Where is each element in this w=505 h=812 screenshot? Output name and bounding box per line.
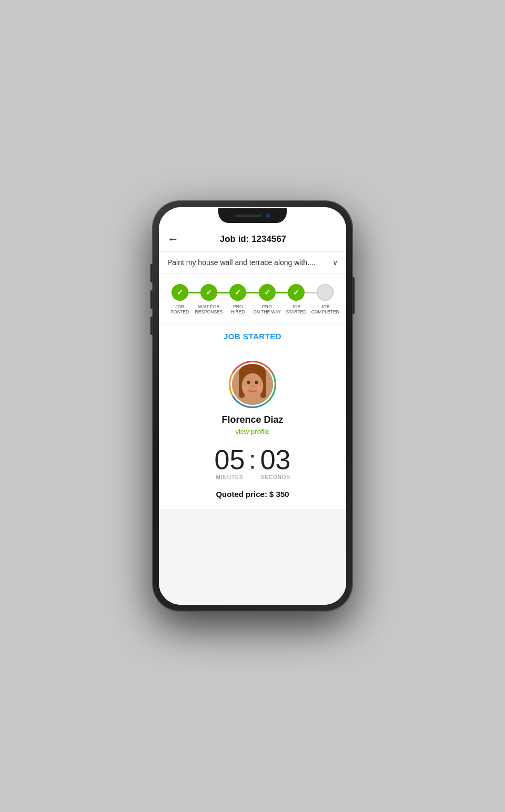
- camera: [266, 214, 270, 218]
- step-circle-1: ✓: [171, 284, 188, 301]
- step-pro-on-way: ✓ PROON THE WAY: [252, 284, 281, 314]
- step-job-started: ✓ JOBSTARTED: [281, 284, 310, 314]
- svg-point-6: [255, 381, 258, 384]
- step-circle-2: ✓: [200, 284, 217, 301]
- step-label-4: PROON THE WAY: [253, 304, 281, 314]
- step-pro-hired: ✓ PROHIRED: [224, 284, 252, 314]
- notch: [218, 208, 287, 223]
- svg-point-7: [243, 387, 248, 390]
- pro-name: Florence Diaz: [221, 414, 283, 425]
- step-label-1: JOBPOSTED: [170, 304, 189, 314]
- check-icon-4: ✓: [264, 288, 270, 297]
- phone-frame: ← Job id: 1234567 Paint my house wall an…: [153, 201, 352, 611]
- check-icon-1: ✓: [177, 288, 183, 297]
- header: ← Job id: 1234567: [159, 225, 346, 252]
- speaker: [235, 215, 261, 217]
- svg-point-5: [247, 381, 250, 384]
- phone-screen: ← Job id: 1234567 Paint my house wall an…: [159, 207, 346, 605]
- progress-section: ✓ JOBPOSTED ✓ WAIT FORRESPONSES: [159, 273, 346, 323]
- step-circle-3: ✓: [229, 284, 246, 301]
- minutes-block: 05 MINUTES: [214, 446, 245, 480]
- notch-bar: [159, 207, 346, 225]
- timer-container: 05 MINUTES : 03 SECONDS: [214, 446, 290, 480]
- chevron-down-icon: ∨: [332, 258, 338, 267]
- current-status-label: JOB STARTED: [224, 332, 281, 341]
- avatar: [230, 362, 275, 407]
- seconds-block: 03 SECONDS: [260, 446, 291, 480]
- step-circle-6: [317, 284, 334, 301]
- step-circle-5: ✓: [288, 284, 305, 301]
- job-description-row[interactable]: Paint my house wall and terrace along wi…: [159, 252, 346, 273]
- job-description-text: Paint my house wall and terrace along wi…: [167, 258, 328, 267]
- step-job-completed: JOBCOMPLETED: [311, 284, 340, 314]
- avatar-wrapper: [229, 361, 276, 408]
- svg-point-4: [242, 373, 264, 399]
- step-circle-4: ✓: [259, 284, 276, 301]
- check-icon-3: ✓: [235, 288, 241, 297]
- quoted-price: Quoted price: $ 350: [216, 490, 289, 499]
- status-section: JOB STARTED: [159, 323, 346, 350]
- check-icon-2: ✓: [206, 288, 212, 297]
- step-label-2: WAIT FORRESPONSES: [195, 304, 223, 314]
- step-label-6: JOBCOMPLETED: [311, 304, 339, 314]
- svg-point-8: [256, 387, 262, 390]
- minutes-display: 05: [214, 446, 245, 473]
- view-profile-link[interactable]: view profile: [235, 428, 269, 435]
- step-label-5: JOBSTARTED: [286, 304, 307, 314]
- seconds-label: SECONDS: [260, 474, 290, 480]
- step-label-3: PROHIRED: [231, 304, 245, 314]
- seconds-display: 03: [260, 446, 291, 473]
- step-job-posted: ✓ JOBPOSTED: [165, 284, 194, 314]
- bottom-space: [159, 509, 346, 605]
- page-title: Job id: 1234567: [183, 234, 323, 245]
- steps-container: ✓ JOBPOSTED ✓ WAIT FORRESPONSES: [165, 284, 340, 314]
- check-icon-5: ✓: [293, 288, 299, 297]
- screen-content: ← Job id: 1234567 Paint my house wall an…: [159, 225, 346, 605]
- back-button[interactable]: ←: [167, 232, 179, 246]
- pro-section: Florence Diaz view profile 05 MINUTES : …: [159, 350, 346, 509]
- minutes-label: MINUTES: [216, 474, 243, 480]
- timer-colon: :: [249, 448, 256, 480]
- step-wait-responses: ✓ WAIT FORRESPONSES: [194, 284, 223, 314]
